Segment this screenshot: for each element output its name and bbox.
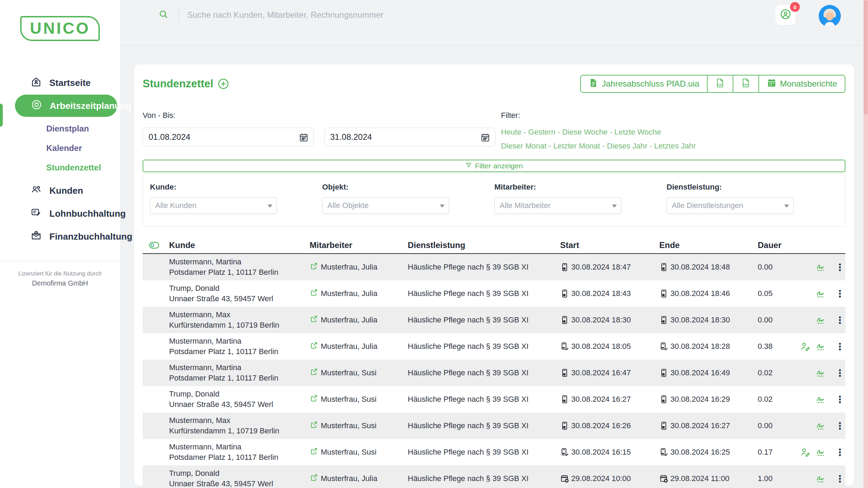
phone-icon — [560, 263, 569, 272]
row-menu-button[interactable]: ⋮ — [827, 314, 845, 326]
table-row[interactable]: Trump, Donald Unnaer Straße 43, 59457 We… — [143, 386, 845, 413]
duration-value: 0.05 — [751, 289, 793, 298]
sidebar-item-kalender[interactable]: Kalender — [0, 138, 120, 158]
signature-icon-button[interactable] — [815, 315, 826, 325]
table-row[interactable]: Trump, Donald Unnaer Straße 43, 59457 We… — [143, 280, 845, 307]
page-scrollbar[interactable] — [863, 0, 868, 488]
quick-filter-letztes-jahr[interactable]: Letztes Jahr — [647, 142, 696, 150]
customer-name: Mustermann, Max — [169, 415, 303, 426]
external-link-icon — [310, 288, 318, 299]
quick-filter-heute[interactable]: Heute — [501, 128, 521, 136]
row-menu-button[interactable]: ⋮ — [827, 473, 845, 485]
mitarbeiter-select[interactable]: Alle Mitarbeiter — [494, 197, 621, 214]
employee-link[interactable]: Musterfrau, Julia — [303, 341, 401, 352]
scrollbar-thumb[interactable] — [864, 0, 868, 115]
sidebar-item-arbeitszeitplanung[interactable]: Arbeitszeitplanung — [15, 95, 117, 117]
phone-icon — [560, 368, 569, 377]
customer-name: Trump, Donald — [169, 283, 303, 294]
quick-filter-letzte-woche[interactable]: Letzte Woche — [608, 128, 661, 136]
svg-text:PDF: PDF — [743, 83, 749, 86]
sidebar-item-kunden[interactable]: Kunden — [0, 181, 120, 200]
calendar-picker-icon[interactable] — [480, 133, 490, 142]
signature-icon-button[interactable] — [815, 368, 826, 378]
date-from-input[interactable]: 01.08.2024 — [143, 128, 314, 146]
employee-link[interactable]: Musterfrau, Julia — [303, 473, 401, 484]
quick-filter-letzter-monat[interactable]: Letzter Monat — [547, 142, 600, 150]
row-menu-button[interactable]: ⋮ — [827, 420, 845, 432]
row-menu-button[interactable]: ⋮ — [827, 447, 845, 458]
search-input[interactable] — [187, 10, 431, 20]
employee-link[interactable]: Musterfrau, Julia — [303, 315, 401, 325]
row-menu-button[interactable]: ⋮ — [827, 394, 845, 405]
notifications-button[interactable]: 0 — [775, 5, 796, 25]
filter-anzeigen-button[interactable]: Filter anzeigen — [143, 160, 845, 172]
employee-link[interactable]: Musterfrau, Susi — [303, 447, 401, 457]
row-menu-button[interactable]: ⋮ — [827, 341, 845, 352]
dienstleistung-select[interactable]: Alle Dienstleistungen — [667, 197, 794, 214]
phone-icon — [560, 315, 569, 325]
table-row[interactable]: Mustermann, Max Kurfürstendamm 1, 10719 … — [143, 307, 845, 333]
customer-address: Potsdamer Platz 1, 10117 Berlin — [169, 346, 303, 357]
sidebar-item-dienstplan[interactable]: Dienstplan — [0, 119, 120, 138]
unico-logo[interactable]: UNICO — [20, 16, 100, 41]
table-row[interactable]: Trump, Donald Unnaer Straße 43, 59457 We… — [143, 465, 845, 488]
add-stundenzettel-button[interactable] — [217, 78, 229, 90]
table-row[interactable]: Mustermann, Martina Potsdamer Platz 1, 1… — [143, 254, 845, 280]
duration-value: 0.17 — [751, 448, 793, 457]
quick-filter-dieses-jahr[interactable]: Dieses Jahr — [600, 142, 647, 150]
calendar-picker-icon[interactable] — [299, 133, 309, 142]
toggle-all-switch[interactable] — [143, 242, 162, 249]
signature-icon-button[interactable] — [815, 288, 826, 299]
sidebar-item-startseite[interactable]: Startseite — [0, 73, 120, 93]
date-to-input[interactable]: 31.08.2024 — [324, 128, 495, 146]
dropdown-label-objekt: Objekt: — [322, 183, 449, 192]
external-link-icon — [310, 473, 318, 484]
row-menu-button[interactable]: ⋮ — [827, 367, 845, 379]
sidebar-item-finanzbuchhaltung[interactable]: $ Finanzbuchhaltung — [0, 227, 120, 246]
signature-icon-button[interactable] — [815, 262, 826, 272]
phone-icon — [659, 263, 668, 272]
table-row[interactable]: Mustermann, Martina Potsdamer Platz 1, 1… — [143, 360, 845, 386]
service-name: Häusliche Pflege nach § 39 SGB XI — [401, 342, 553, 351]
signature-icon-button[interactable] — [815, 447, 826, 457]
table-row[interactable]: Mustermann, Max Kurfürstendamm 1, 10719 … — [143, 413, 845, 439]
end-time: 30.08.2024 16:29 — [670, 395, 730, 404]
phone-icon — [659, 289, 668, 298]
employee-link[interactable]: Musterfrau, Susi — [303, 368, 401, 378]
end-time: 30.08.2024 18:46 — [670, 289, 730, 298]
jahresabschluss-button[interactable]: Jahresabschluss PfAD.uia — [581, 75, 708, 92]
sidebar-item-lohnbuchhaltung[interactable]: Lohnbuchhaltung — [0, 204, 120, 223]
user-edit-icon-button[interactable] — [800, 447, 811, 457]
row-menu-button[interactable]: ⋮ — [827, 288, 845, 299]
quick-filter-gestern[interactable]: Gestern — [521, 128, 556, 136]
user-avatar[interactable] — [819, 5, 841, 27]
employee-link[interactable]: Musterfrau, Julia — [303, 288, 401, 299]
table-row[interactable]: Mustermann, Martina Potsdamer Platz 1, 1… — [143, 439, 845, 465]
chevron-down-icon — [268, 205, 272, 208]
monatsberichte-label: Monatsberichte — [780, 79, 837, 89]
employee-link[interactable]: Musterfrau, Susi — [303, 394, 401, 405]
kunde-select[interactable]: Alle Kunden — [150, 197, 277, 214]
monatsberichte-button[interactable]: Monatsberichte — [759, 75, 845, 92]
row-menu-button[interactable]: ⋮ — [827, 262, 845, 273]
signature-icon-button[interactable] — [815, 341, 826, 352]
employee-link[interactable]: Musterfrau, Julia — [303, 262, 401, 272]
objekt-select[interactable]: Alle Objekte — [322, 197, 449, 214]
signature-icon-button[interactable] — [815, 473, 826, 484]
signature-icon-button[interactable] — [815, 421, 826, 431]
export-csv-button[interactable]: CSV — [708, 75, 733, 92]
quick-filter-dieser-monat[interactable]: Dieser Monat — [501, 142, 547, 150]
employee-link[interactable]: Musterfrau, Susi — [303, 421, 401, 431]
start-time: 30.08.2024 16:47 — [571, 368, 631, 377]
quick-filter-diese-woche[interactable]: Diese Woche — [556, 128, 608, 136]
table-header: Kunde Mitarbeiter Dienstleistung Start E… — [143, 237, 845, 254]
sidebar-item-stundenzettel[interactable]: Stundenzettel — [0, 158, 120, 177]
stundenzettel-table: Kunde Mitarbeiter Dienstleistung Start E… — [143, 237, 845, 488]
table-row[interactable]: Mustermann, Martina Potsdamer Platz 1, 1… — [143, 333, 845, 360]
duration-value: 0.00 — [751, 315, 793, 325]
user-edit-icon-button[interactable] — [800, 341, 811, 352]
signature-icon-button[interactable] — [815, 394, 826, 405]
calendar-plus-icon — [560, 474, 569, 483]
employee-name: Musterfrau, Susi — [321, 395, 376, 404]
export-pdf-button[interactable]: PDF — [733, 75, 759, 92]
